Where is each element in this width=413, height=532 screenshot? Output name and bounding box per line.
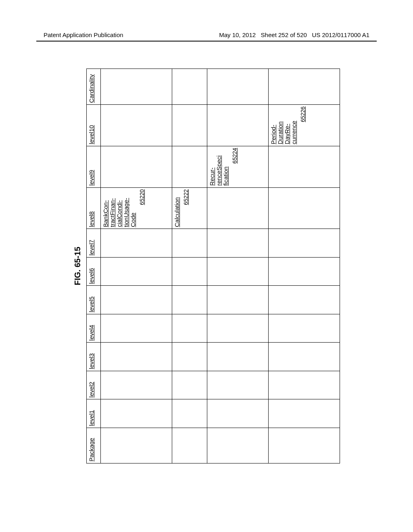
figure: FIG. 65-15 Package level1 level2 level3 … (73, 69, 340, 463)
cell-level9: Recur- renceSpeci fication 65224 (207, 146, 269, 187)
schema-table: Package level1 level2 level3 level4 leve… (86, 69, 340, 463)
col-level8: level8 (87, 187, 101, 229)
col-level2: level2 (87, 371, 101, 399)
page-header: Patent Application Publication May 10, 2… (0, 31, 413, 42)
col-level10: level10 (87, 105, 101, 146)
col-level1: level1 (87, 399, 101, 428)
col-level6: level6 (87, 257, 101, 285)
table-row: Period- Duration DayRe- currence 65226 (269, 69, 340, 463)
table-row: Recur- renceSpeci fication 65224 (207, 69, 269, 463)
col-level4: level4 (87, 314, 101, 342)
col-level7: level7 (87, 229, 101, 257)
col-level9: level9 (87, 146, 101, 187)
col-level3: level3 (87, 343, 101, 371)
header-left: Patent Application Publication (44, 31, 123, 38)
cell-level10: Period- Duration DayRe- currence 65226 (269, 105, 340, 146)
table-header-row: Package level1 level2 level3 level4 leve… (87, 69, 101, 463)
cell-level8: Calculation 65222 (172, 187, 207, 229)
col-cardinality: Cardinality (87, 69, 101, 105)
col-package: Package (87, 428, 101, 463)
cell-level8: BankCon- tractFinan- cialCondi- tionUsag… (101, 187, 172, 229)
header-right: May 10, 2012 Sheet 252 of 520 US 2012/01… (219, 31, 369, 38)
table-row: BankCon- tractFinan- cialCondi- tionUsag… (101, 69, 172, 463)
figure-label: FIG. 65-15 (73, 69, 82, 463)
col-level5: level5 (87, 286, 101, 314)
table-row: Calculation 65222 (172, 69, 207, 463)
